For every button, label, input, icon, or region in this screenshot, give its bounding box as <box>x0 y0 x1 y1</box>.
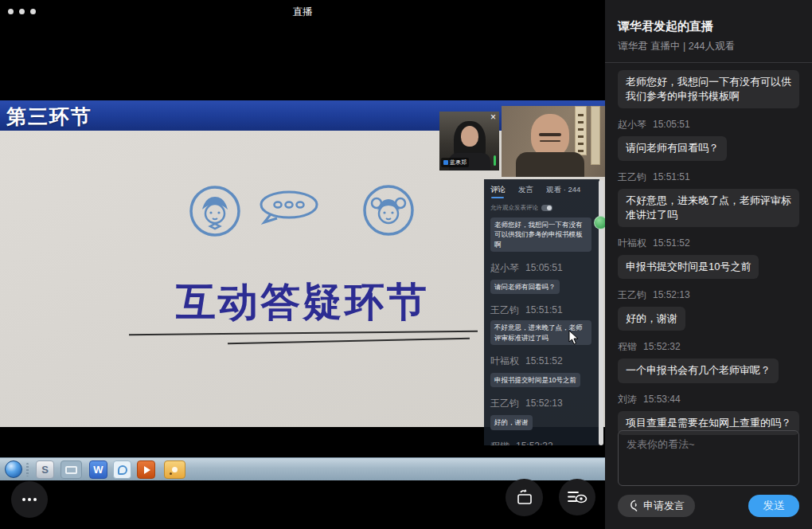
chat-message-header: 刘涛15:53:44 <box>618 393 799 406</box>
rotate-screen-button[interactable] <box>506 479 543 516</box>
timestamp: 15:53:44 <box>643 394 681 405</box>
wall-poster <box>575 106 587 155</box>
stream-title: 谭华君发起的直播 <box>618 19 713 34</box>
input-method-s-icon: S <box>36 460 54 479</box>
sender-name: 赵小琴 <box>618 119 646 130</box>
tab-speak[interactable]: 发言 <box>518 185 533 198</box>
chat-sidebar: 谭华君发起的直播 谭华君 直播中 | 244人观看 老师您好，我想问一下有没有可… <box>605 0 812 529</box>
chat-message-header: 王乙钧15:52:13 <box>618 288 799 302</box>
comment-composer <box>618 430 799 486</box>
wall-poster-2 <box>591 106 600 165</box>
chat-message-header: 叶福权15:51:52 <box>618 237 799 250</box>
live-stream-window: 直播 第三环节 <box>0 0 812 529</box>
rotate-screen-icon <box>515 489 534 507</box>
mouse-cursor <box>568 330 579 345</box>
tab-comments[interactable]: 评论 <box>490 185 506 198</box>
sender-name: 王乙钧 <box>618 289 646 300</box>
speaking-head-icon <box>628 500 639 511</box>
chat-message: 申报书提交时间是10号之前 <box>618 255 759 279</box>
chat-message: 好的，谢谢 <box>618 307 685 331</box>
sidebar-actions: 申请发言 发送 <box>618 494 799 517</box>
video-stage: 直播 第三环节 <box>0 0 605 529</box>
toggle-comments-overlay-button[interactable] <box>559 479 595 515</box>
chat-message-list: 老师您好，我想问一下有没有可以供我们参考的申报书模板啊 赵小琴15:05:51 … <box>618 70 799 435</box>
webcam-tile-host: × 蓝承郑 <box>439 112 499 170</box>
timestamp: 15:05:51 <box>653 119 690 130</box>
webcam-tile-speaker <box>502 106 605 177</box>
shared-screen-taskbar: S W <box>0 457 605 480</box>
boy-face-icon <box>189 185 241 237</box>
chat-message: 好的，谢谢 <box>490 415 533 429</box>
danmaku-eye-icon <box>567 489 588 505</box>
timestamp: 15:52:32 <box>643 341 681 352</box>
girl-face-icon <box>362 184 415 237</box>
sender-name: 刘涛 <box>618 394 637 405</box>
chat-app-icon <box>113 460 131 479</box>
windows-start-orb-icon <box>5 460 22 478</box>
taskbar-separator <box>26 463 29 476</box>
send-button[interactable]: 发送 <box>748 495 799 517</box>
slide-title: 互动答疑环节 <box>111 276 494 329</box>
speech-bubble-icon <box>256 190 320 226</box>
close-icon[interactable]: × <box>490 112 496 122</box>
chat-message-header: 赵小琴15:05:51 <box>618 118 799 131</box>
chat-message-header: 王乙钧15:51:51 <box>618 170 799 184</box>
window-title: 直播 <box>0 6 605 19</box>
timestamp: 15:52:13 <box>653 289 690 300</box>
allow-comments-label: 允许观众发表评论 <box>490 204 538 212</box>
chat-message: 不好意思，进来晚了点，老师评审标准讲过了吗 <box>618 189 799 227</box>
allow-comments-toggle[interactable] <box>541 205 552 211</box>
slide-section-header: 第三环节 <box>6 104 92 130</box>
embedded-chat-tabs: 评论 发言 观看 · 244 <box>490 185 593 198</box>
tab-viewers[interactable]: 观看 · 244 <box>546 185 580 198</box>
mic-level-indicator <box>494 155 496 166</box>
video-player-icon <box>137 460 155 479</box>
embedded-chat-panel: 评论 发言 观看 · 244 允许观众发表评论 老师您好，我想问一下有没有可以供… <box>484 179 599 445</box>
chat-message-header: 程锴15:52:32 <box>618 340 799 354</box>
chat-message: 请问老师有回看吗？ <box>490 280 560 294</box>
request-to-speak-button[interactable]: 申请发言 <box>618 495 695 517</box>
webcam-name-tag: 蓝承郑 <box>441 158 469 167</box>
wps-writer-icon: W <box>89 460 107 479</box>
music-player-icon <box>164 460 185 479</box>
comment-input[interactable] <box>619 431 798 485</box>
sender-name: 王乙钧 <box>618 171 646 182</box>
stream-status: 谭华君 直播中 | 244人观看 <box>618 40 735 53</box>
chat-message: 老师您好，我想问一下有没有可以供我们参考的申报书模板啊 <box>490 217 591 252</box>
platform-badge-icon <box>443 160 448 165</box>
chat-message: 申报书提交时间是10号之前 <box>490 373 580 387</box>
more-options-button[interactable] <box>11 481 48 518</box>
chat-message: 请问老师有回看吗？ <box>618 136 727 160</box>
divider <box>605 62 812 63</box>
chat-message: 老师您好，我想问一下有没有可以供我们参考的申报书模板啊 <box>618 70 799 108</box>
titlebar: 直播 <box>0 0 605 22</box>
title-underline <box>129 331 478 336</box>
timestamp: 15:51:51 <box>653 171 690 182</box>
timestamp: 15:51:52 <box>653 237 690 249</box>
sender-name: 叶福权 <box>618 237 646 249</box>
sender-name: 程锴 <box>618 341 637 352</box>
screen-capture-icon <box>61 460 82 479</box>
title-underline-2 <box>228 338 470 344</box>
chat-message: 一个申报书会有几个老师审呢？ <box>618 359 779 382</box>
